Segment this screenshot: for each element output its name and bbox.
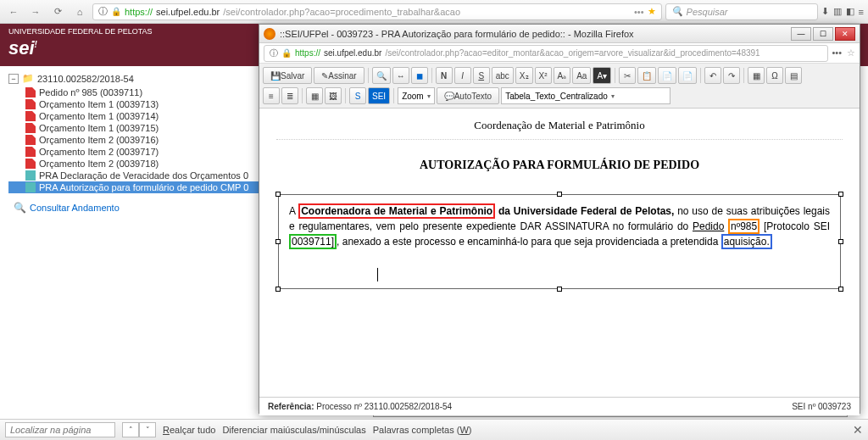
pdf-icon: [25, 123, 36, 133]
style-select[interactable]: Tabela_Texto_Centralizado: [501, 87, 670, 104]
hl-protocolo: 0039711]: [289, 234, 337, 249]
editor-toolbar: 💾 Salvar ✎ Assinar 🔍 ↔ ◼ N I S abc X₂ X²…: [259, 64, 860, 109]
collapse-icon[interactable]: −: [8, 74, 19, 84]
image-button[interactable]: 🖼: [325, 87, 342, 104]
table-button[interactable]: ▦: [306, 87, 323, 104]
back-button[interactable]: ←: [4, 3, 23, 20]
home-button[interactable]: ⌂: [70, 3, 89, 20]
superscript-button[interactable]: X²: [535, 67, 552, 84]
selectall-button[interactable]: ◼: [411, 67, 428, 84]
pdf-icon: [25, 135, 36, 145]
doc-subheader: Coordenação de Material e Patrimônio: [276, 117, 843, 140]
hl-numero: nº985: [728, 219, 760, 234]
subscript-button[interactable]: X₂: [515, 67, 533, 84]
pdf-icon: [25, 99, 36, 109]
hl-aquisicao: aquisição.: [721, 234, 772, 249]
sidebar-icon[interactable]: ◧: [846, 6, 854, 17]
pdf-icon: [25, 147, 36, 157]
search-bar[interactable]: 🔍 Pesquisar: [665, 3, 818, 20]
popup-url-bar[interactable]: ⓘ🔒 https://sei.ufpel.edu.br/sei/controla…: [264, 45, 828, 62]
popup-title: ::SEI/UFPel - 0039723 - PRA Autorização …: [280, 29, 791, 39]
popup-titlebar[interactable]: ::SEI/UFPel - 0039723 - PRA Autorização …: [259, 25, 860, 43]
org-name: UNIVERSIDADE FEDERAL DE PELOTAS: [8, 25, 153, 37]
editor-popup: ::SEI/UFPel - 0039723 - PRA Autorização …: [259, 24, 860, 414]
doc-title: AUTORIZAÇÃO PARA FORMULÁRIO DE PEDIDO: [276, 140, 843, 191]
doc-icon: [25, 182, 36, 192]
undo-button[interactable]: ↶: [704, 67, 721, 84]
cut-button[interactable]: ✂: [619, 67, 636, 84]
save-button[interactable]: 💾 Salvar: [263, 67, 312, 84]
sei-logo: sei!: [8, 37, 37, 59]
pdf-icon: [25, 87, 36, 97]
bold-button[interactable]: N: [436, 67, 453, 84]
tree-item-label: Pedido nº 985 (0039711): [39, 87, 142, 97]
lock-icon: 🔒: [111, 7, 121, 16]
close-button[interactable]: ✕: [835, 27, 855, 41]
zoom-select[interactable]: Zoom: [398, 87, 435, 104]
editable-block[interactable]: A Coordenadora de Material e Patrimônio …: [278, 194, 841, 289]
tree-item-label: PRA Autorização para formulário de pedid…: [39, 182, 248, 192]
editor-body[interactable]: Coordenação de Material e Patrimônio AUT…: [259, 109, 860, 397]
paste-button[interactable]: 📄: [658, 67, 676, 84]
popup-urlbar-row: ⓘ🔒 https://sei.ufpel.edu.br/sei/controla…: [259, 43, 860, 64]
whole-words-link[interactable]: Palavras completas (W): [373, 425, 472, 435]
forward-button[interactable]: →: [26, 3, 45, 20]
redo-button[interactable]: ↷: [723, 67, 740, 84]
menu-icon[interactable]: ≡: [859, 7, 864, 17]
link-button[interactable]: S: [349, 87, 366, 104]
strike-button[interactable]: abc: [492, 67, 514, 84]
download-icon[interactable]: ⬇: [821, 6, 829, 17]
fontsize-button[interactable]: Aₐ: [554, 67, 571, 84]
sign-button[interactable]: ✎ Assinar: [314, 67, 364, 84]
reload-button[interactable]: ⟳: [48, 3, 67, 20]
match-case-link[interactable]: Diferenciar maiúsculas/minúsculas: [222, 425, 365, 435]
ul-button[interactable]: ≣: [281, 87, 298, 104]
find-button[interactable]: 🔍: [372, 67, 391, 84]
find-close-button[interactable]: ✕: [853, 423, 863, 437]
maximize-button[interactable]: ☐: [813, 27, 833, 41]
tree-item-label: Orçamento Item 1 (0039714): [39, 111, 159, 121]
find-bar: ˄ ˅ Realçar tudo Diferenciar maiúsculas/…: [0, 419, 868, 440]
pdf-icon: [25, 159, 36, 169]
case-button[interactable]: Aa: [572, 67, 591, 84]
replace-button[interactable]: ↔: [392, 67, 409, 84]
tree-item-label: Orçamento Item 2 (0039717): [39, 147, 159, 157]
library-icon[interactable]: ▥: [833, 6, 842, 17]
textcolor-button[interactable]: A▾: [593, 67, 611, 84]
underline-button[interactable]: S: [473, 67, 490, 84]
hl-coordenadora: Coordenadora de Material e Patrimônio: [298, 203, 495, 219]
minimize-button[interactable]: —: [791, 27, 811, 41]
tree-item-label: Orçamento Item 1 (0039715): [39, 123, 159, 133]
ol-button[interactable]: ≡: [263, 87, 280, 104]
search-icon: 🔍: [671, 6, 683, 17]
more-icon[interactable]: •••: [832, 47, 842, 58]
insert-button[interactable]: ▦: [748, 67, 765, 84]
highlight-all-link[interactable]: Realçar tudo: [163, 425, 215, 435]
find-prev-button[interactable]: ˄: [122, 422, 139, 437]
sei-link-button[interactable]: SEI: [368, 87, 390, 104]
doc-icon: [25, 170, 36, 181]
tree-item-label: Orçamento Item 2 (0039716): [39, 135, 159, 145]
find-input[interactable]: [5, 422, 115, 437]
paste-special-button[interactable]: 📄: [678, 67, 697, 84]
italic-button[interactable]: I: [454, 67, 471, 84]
search-icon: 🔍: [14, 202, 26, 214]
autotexto-button[interactable]: 💬 AutoTexto: [437, 87, 499, 104]
lock-icon: 🔒: [281, 48, 292, 58]
bookmark-icon[interactable]: ☆: [847, 47, 855, 58]
find-next-button[interactable]: ˅: [139, 422, 156, 437]
extra-button[interactable]: ▤: [785, 67, 802, 84]
pdf-icon: [25, 111, 36, 121]
tree-item-label: PRA Declaração de Veracidade dos Orçamen…: [39, 170, 248, 181]
copy-button[interactable]: 📋: [637, 67, 656, 84]
omega-button[interactable]: Ω: [766, 67, 783, 84]
tree-item-label: Orçamento Item 2 (0039718): [39, 159, 159, 169]
text-cursor: [377, 268, 378, 281]
doc-paragraph[interactable]: A Coordenadora de Material e Patrimônio …: [284, 200, 835, 253]
editor-footer: Referência: Processo nº 23110.002582/201…: [259, 397, 860, 415]
firefox-icon: [264, 28, 275, 40]
browser-toolbar: ← → ⟳ ⌂ ⓘ 🔒 https://sei.ufpel.edu.br/sei…: [0, 0, 868, 24]
url-bar[interactable]: ⓘ 🔒 https://sei.ufpel.edu.br/sei/control…: [92, 3, 662, 20]
tree-item-label: Orçamento Item 1 (0039713): [39, 99, 159, 109]
